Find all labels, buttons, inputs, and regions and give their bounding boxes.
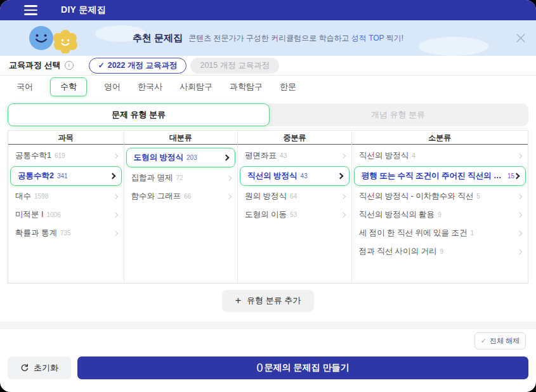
reset-label: 초기화 [34, 362, 58, 374]
cloud-decoration [419, 37, 488, 56]
list-item[interactable]: 공통수학2341 [10, 166, 122, 186]
curriculum-options: ✓2022 개정 교육과정2015 개정 교육과정 [89, 58, 280, 74]
table-column: 대분류도형의 방정식203집합과 명제72함수와 그래프66 [124, 131, 239, 283]
subject-tabs: 국어수학영어한국사사회탐구과학탐구한문 [0, 75, 536, 98]
app-title: DIY 문제집 [61, 4, 106, 16]
item-label: 집합과 명제 [131, 173, 173, 183]
create-workbook-label: 문제의 문제집 만들기 [265, 362, 350, 374]
item-label: 도형의 이동 [245, 209, 287, 220]
chevron-right-icon [340, 153, 345, 158]
top-app-bar: DIY 문제집 [0, 0, 536, 20]
promo-banner: 추천 문제집 콘텐츠 전문가가 구성한 커리큘럼으로 학습하고 성적 TOP 찍… [0, 20, 536, 56]
item-label: 원의 방정식 [245, 191, 287, 202]
item-label: 점과 직선 사이의 거리 [359, 246, 437, 257]
list-item[interactable]: 평행 또는 수직 조건이 주어진 직선의 방정식15 [354, 166, 526, 186]
list-item[interactable]: 직선의 방정식 - 이차함수와 직선5 [352, 187, 528, 206]
curriculum-select-row: 교육과정 선택 i ✓2022 개정 교육과정2015 개정 교육과정 [0, 56, 536, 75]
list-item[interactable]: 평면좌표43 [238, 147, 351, 165]
chevron-right-icon [340, 212, 345, 217]
chevron-right-icon [109, 173, 115, 180]
classification-table: 과목공통수학1619공통수학2341대수1598미적분 I1006확률과 통계7… [8, 130, 528, 284]
chevron-right-icon [517, 153, 522, 158]
curriculum-option-label: 2015 개정 교육과정 [200, 60, 270, 71]
list-item[interactable]: 미적분 I1006 [8, 206, 124, 224]
close-icon[interactable] [515, 32, 526, 44]
reset-button[interactable]: 초기화 [8, 356, 71, 379]
list-item[interactable]: 원의 방정식64 [238, 187, 351, 206]
list-item[interactable]: 세 점이 한 직선 위에 있을 조건1 [352, 224, 528, 242]
smiley-characters-illustration [25, 24, 86, 56]
refresh-icon [20, 363, 29, 372]
item-count: 43 [301, 173, 308, 180]
chevron-right-icon [112, 193, 117, 199]
curriculum-select-label: 교육과정 선택 [9, 60, 61, 71]
subject-tab[interactable]: 사회탐구 [180, 81, 212, 93]
item-count: 735 [60, 230, 71, 237]
item-label: 세 점이 한 직선 위에 있을 조건 [359, 228, 467, 238]
add-button-label: 유형 분류 추가 [247, 295, 301, 306]
info-icon[interactable]: i [65, 61, 74, 70]
item-count: 5 [476, 193, 480, 200]
subject-tab[interactable]: 수학 [50, 77, 87, 96]
list-item[interactable]: 도형의 방정식203 [126, 148, 236, 167]
list-item[interactable]: 점과 직선 사이의 거리9 [352, 242, 528, 261]
deselect-all-button[interactable]: ✓ 전체 해제 [474, 332, 526, 350]
column-header: 중분류 [238, 131, 351, 145]
footer-bar: 초기화 0 문제의 문제집 만들기 [0, 353, 536, 379]
column-header: 소분류 [352, 131, 528, 145]
chevron-right-icon [517, 193, 522, 199]
curriculum-option[interactable]: ✓2022 개정 교육과정 [89, 58, 187, 74]
list-item[interactable]: 함수와 그래프66 [124, 187, 238, 206]
item-count: 9 [438, 211, 441, 218]
chevron-right-icon [226, 193, 232, 199]
item-count: 53 [290, 211, 297, 218]
list-item[interactable]: 공통수학1619 [8, 147, 124, 165]
item-label: 도형의 방정식 [134, 152, 183, 163]
plus-icon: + [235, 296, 241, 306]
item-count: 9 [440, 248, 444, 255]
check-icon: ✓ [98, 61, 105, 70]
item-label: 확률과 통계 [15, 228, 57, 238]
chevron-right-icon [112, 153, 117, 158]
subject-tab[interactable]: 영어 [104, 81, 121, 93]
classification-tab[interactable]: 문제 유형 분류 [8, 103, 270, 126]
subject-tab[interactable]: 한국사 [138, 81, 162, 93]
item-count: 1 [471, 230, 474, 237]
item-label: 공통수학1 [15, 150, 51, 161]
chevron-right-icon [223, 155, 230, 161]
list-item[interactable]: 도형의 이동53 [238, 206, 351, 224]
table-column: 소분류직선의 방정식4평행 또는 수직 조건이 주어진 직선의 방정식15직선의… [352, 131, 528, 283]
subject-tab[interactable]: 국어 [16, 81, 33, 93]
chevron-right-icon [337, 173, 343, 180]
add-type-classification-button[interactable]: + 유형 분류 추가 [222, 290, 315, 311]
classification-tab[interactable]: 개념 유형 분류 [268, 103, 528, 126]
item-count: 4 [412, 152, 415, 159]
item-count: 1006 [46, 211, 60, 218]
curriculum-option[interactable]: 2015 개정 교육과정 [190, 58, 279, 74]
item-label: 직선의 방정식의 활용 [359, 209, 435, 220]
subject-tab[interactable]: 과학탐구 [230, 81, 263, 93]
banner-description: 콘텐츠 전문가가 구성한 커리큘럼으로 학습하고 성적 TOP 찍기! [188, 33, 403, 44]
list-item[interactable]: 대수1598 [8, 187, 124, 206]
list-item[interactable]: 확률과 통계735 [8, 224, 124, 242]
list-item[interactable]: 직선의 방정식의 활용9 [352, 206, 528, 224]
column-header: 대분류 [124, 131, 238, 145]
item-count: 72 [176, 174, 183, 181]
create-workbook-button[interactable]: 0 문제의 문제집 만들기 [77, 356, 528, 379]
classification-tabs: 문제 유형 분류개념 유형 분류 [8, 103, 528, 126]
item-label: 평행 또는 수직 조건이 주어진 직선의 방정식 [362, 171, 504, 181]
problem-count: 0 [257, 362, 263, 375]
banner-title: 추천 문제집 [133, 32, 183, 44]
list-item[interactable]: 직선의 방정식4 [352, 147, 528, 165]
section-separator [0, 322, 536, 329]
item-count: 66 [184, 193, 191, 200]
list-item[interactable]: 집합과 명제72 [124, 169, 238, 187]
item-count: 341 [57, 173, 68, 180]
subject-tab[interactable]: 한문 [280, 81, 296, 93]
list-item[interactable]: 직선의 방정식43 [240, 166, 350, 186]
diy-workbook-app: DIY 문제집 추천 문제집 콘텐츠 전문가가 구 [0, 0, 536, 392]
chevron-right-icon [517, 249, 522, 254]
chevron-right-icon [514, 173, 520, 180]
item-count: 619 [55, 152, 65, 159]
hamburger-menu-icon[interactable] [24, 5, 37, 15]
